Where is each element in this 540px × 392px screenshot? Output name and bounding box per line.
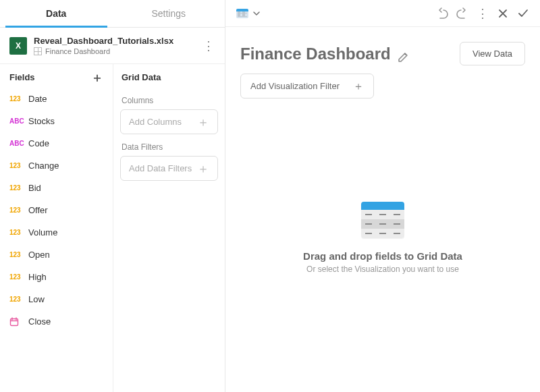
fields-column: Fields ＋ 123DateABCStocksABCCode123Chang…	[0, 64, 113, 392]
text-type-icon: ABC	[9, 140, 23, 147]
field-bid[interactable]: 123Bid	[0, 177, 113, 199]
field-label: Stocks	[28, 116, 55, 126]
left-panel: Data Settings X Reveal_Dashboard_Tutoria…	[0, 0, 225, 392]
visualization-title: Finance Dashboard	[240, 45, 410, 63]
field-label: Change	[28, 161, 59, 171]
calendar-icon	[9, 317, 23, 327]
numeric-type-icon: 123	[9, 251, 23, 258]
confirm-button[interactable]	[513, 3, 533, 24]
drop-subtitle: Or select the Visualization you want to …	[306, 264, 459, 274]
right-panel: ⋮ Finance Dashboard View Data A	[225, 0, 540, 392]
excel-icon: X	[9, 37, 27, 55]
filters-placeholder: Add Data Filters	[129, 163, 192, 173]
field-low[interactable]: 123Low	[0, 288, 113, 310]
chevron-down-icon	[252, 9, 261, 18]
grid-placeholder-icon	[361, 202, 404, 238]
field-date[interactable]: 123Date	[0, 88, 113, 110]
more-menu-button[interactable]: ⋮	[473, 3, 493, 24]
field-label: Open	[28, 250, 50, 260]
field-code[interactable]: ABCCode	[0, 132, 113, 155]
view-data-button[interactable]: View Data	[460, 42, 525, 65]
left-tabs: Data Settings	[0, 0, 225, 28]
columns-placeholder: Add Columns	[129, 117, 182, 127]
field-offer[interactable]: 123Offer	[0, 199, 113, 221]
add-visualization-filter-button[interactable]: Add Visualization Filter ＋	[240, 74, 374, 99]
columns-label: Columns	[122, 96, 217, 105]
grid-data-heading: Grid Data	[122, 72, 161, 82]
numeric-type-icon: 123	[9, 95, 23, 103]
tab-settings[interactable]: Settings	[113, 0, 225, 27]
plus-icon: ＋	[353, 82, 364, 91]
top-toolbar: ⋮	[225, 0, 540, 27]
field-list: 123DateABCStocksABCCode123Change123Bid12…	[0, 88, 113, 333]
sheet-icon	[34, 47, 42, 55]
field-stocks[interactable]: ABCStocks	[0, 110, 113, 132]
grid-data-column: Grid Data Columns Add Columns ＋ Data Fil…	[113, 64, 225, 392]
file-name: Reveal_Dashboard_Tutorials.xlsx	[34, 36, 202, 46]
add-column-icon: ＋	[197, 117, 209, 127]
add-filter-icon: ＋	[197, 164, 209, 173]
field-label: Volume	[28, 227, 57, 237]
field-change[interactable]: 123Change	[0, 155, 113, 177]
field-volume[interactable]: 123Volume	[0, 221, 113, 244]
add-field-button[interactable]: ＋	[91, 73, 103, 82]
text-type-icon: ABC	[9, 117, 23, 125]
field-label: Low	[28, 294, 45, 304]
tab-data[interactable]: Data	[0, 0, 113, 27]
field-label: Date	[28, 94, 47, 104]
numeric-type-icon: 123	[9, 296, 23, 303]
numeric-type-icon: 123	[9, 184, 23, 192]
undo-button[interactable]	[432, 3, 452, 24]
numeric-type-icon: 123	[9, 229, 23, 236]
visualization-title-text: Finance Dashboard	[240, 45, 391, 63]
datasource-menu-button[interactable]: ⋮	[202, 38, 215, 53]
canvas-drop-area[interactable]: Drag and drop fields to Grid Data Or sel…	[240, 99, 525, 377]
field-label: Code	[28, 138, 49, 148]
filter-chip-label: Add Visualization Filter	[250, 81, 340, 91]
drop-title: Drag and drop fields to Grid Data	[303, 250, 462, 262]
svg-rect-0	[11, 318, 18, 325]
field-open[interactable]: 123Open	[0, 244, 113, 266]
sheet-name: Finance Dashboard	[45, 47, 110, 55]
field-high[interactable]: 123High	[0, 266, 113, 288]
visualization-type-selector[interactable]	[232, 6, 265, 21]
datasource-row: X Reveal_Dashboard_Tutorials.xlsx Financ…	[0, 28, 225, 64]
field-close[interactable]: Close	[0, 310, 113, 333]
grid-visualization-icon	[236, 9, 248, 18]
close-button[interactable]	[493, 3, 513, 24]
field-label: Offer	[28, 205, 48, 215]
numeric-type-icon: 123	[9, 162, 23, 169]
numeric-type-icon: 123	[9, 206, 23, 214]
visualization-canvas: Finance Dashboard View Data Add Visualiz…	[225, 27, 540, 392]
numeric-type-icon: 123	[9, 273, 23, 281]
field-label: Bid	[28, 183, 41, 193]
data-filters-dropzone[interactable]: Add Data Filters ＋	[120, 156, 218, 181]
field-label: Close	[28, 316, 51, 327]
columns-dropzone[interactable]: Add Columns ＋	[120, 109, 218, 134]
edit-title-button[interactable]	[398, 48, 410, 60]
redo-button[interactable]	[452, 3, 473, 24]
filters-label: Data Filters	[122, 142, 217, 152]
fields-heading: Fields	[9, 72, 35, 82]
field-label: High	[28, 272, 47, 282]
